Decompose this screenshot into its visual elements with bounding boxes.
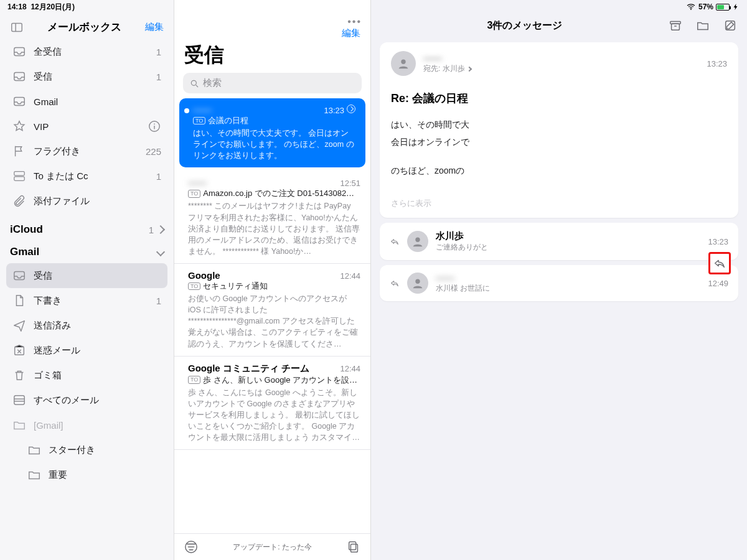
sidebar-item-flagged[interactable]: フラグ付き 225 (6, 139, 167, 164)
to-badge: TO (188, 376, 200, 384)
sidebar-item-tocc[interactable]: To または Cc 1 (6, 164, 167, 189)
message-item[interactable]: Google12:44 TOセキュリティ通知 お使いの Google アカウント… (174, 264, 370, 357)
sidebar: メールボックス 編集 全受信 1 受信 1 Gmail VIP フラグ付き 22… (0, 0, 174, 560)
sidebar-section-icloud[interactable]: iCloud 1 (0, 216, 174, 238)
sidebar-title: メールボックス (24, 20, 145, 34)
email-card: —— 宛先: 水川歩 13:23 Re: 会議の日程 はい、その時間で大 会日は… (380, 42, 738, 218)
status-time: 14:18 (7, 2, 27, 11)
count: 225 (146, 146, 161, 157)
avatar (407, 231, 428, 252)
count: 1 (156, 171, 161, 182)
label: Gmail (10, 246, 39, 258)
label: 受信 (34, 71, 149, 83)
sidebar-item-gmail[interactable]: Gmail (6, 89, 167, 114)
message-list: ••• 編集 受信 検索 ——13:23 TO会議の日程 はい、その時間で大丈夫… (174, 0, 371, 560)
thread-item[interactable]: ——水川様 お世話に 12:49 (380, 265, 738, 301)
sidebar-item-gm-spam[interactable]: 迷惑メール (6, 338, 167, 363)
more-icon[interactable]: ••• (347, 16, 362, 27)
count: 1 (149, 225, 154, 235)
label: 全受信 (34, 46, 149, 58)
msglist-edit-button[interactable]: 編集 (342, 27, 360, 39)
reply-icon (713, 256, 726, 270)
sidebar-item-gm-allmail[interactable]: すべてのメール (6, 388, 167, 413)
sidebar-item-all-inbox[interactable]: 全受信 1 (6, 39, 167, 64)
avatar (391, 51, 416, 76)
to-badge: TO (188, 190, 200, 198)
compose-icon[interactable] (723, 19, 737, 32)
charging-icon (732, 3, 740, 11)
sidebar-item-gm-sent[interactable]: 送信済み (6, 313, 167, 338)
label: iCloud (10, 223, 43, 236)
email-body-line: のちほど、zoomの (391, 162, 727, 179)
chevron-right-icon (156, 225, 165, 234)
reader-title: 3件のメッセージ (381, 19, 669, 32)
label: 添付ファイル (34, 195, 161, 207)
sidebar-section-gmail[interactable]: Gmail (0, 238, 174, 261)
thread-item[interactable]: 水川歩ご連絡ありがと 13:23 (380, 223, 738, 260)
msglist-status: アップデート: たった今 (198, 542, 347, 553)
label: VIP (34, 121, 140, 132)
sidebar-toggle-icon[interactable] (10, 21, 24, 34)
status-date: 12月20日(月) (31, 2, 75, 11)
unread-dot-icon (184, 108, 189, 113)
sidebar-item-vip[interactable]: VIP (6, 114, 167, 139)
sidebar-item-gm-drafts[interactable]: 下書き1 (6, 288, 167, 313)
avatar (407, 273, 428, 294)
email-subject: Re: 会議の日程 (391, 91, 727, 106)
search-input[interactable]: 検索 (183, 73, 362, 93)
to-badge: TO (188, 282, 200, 291)
count: 1 (156, 72, 161, 82)
reader-pane: 3件のメッセージ —— 宛先: 水川歩 13:23 Re: 会議の日程 はい、そ… (371, 0, 747, 560)
sidebar-item-inbox[interactable]: 受信 1 (6, 64, 167, 89)
email-time: 13:23 (707, 59, 727, 68)
info-icon[interactable] (148, 119, 161, 133)
chevron-circle-icon (347, 105, 355, 113)
recipient[interactable]: 宛先: 水川歩 (423, 63, 471, 74)
reply-icon (390, 278, 400, 288)
chevron-down-icon (156, 248, 165, 256)
archive-icon[interactable] (669, 19, 682, 32)
show-more-button[interactable]: さらに表示 (391, 198, 727, 209)
battery-pct: 57% (698, 2, 713, 11)
search-icon (189, 78, 199, 88)
move-folder-icon[interactable] (696, 19, 710, 32)
search-placeholder: 検索 (203, 77, 222, 89)
message-item[interactable]: ——13:23 TO会議の日程 はい、その時間で大丈夫です。 会日はオンラインで… (179, 98, 365, 167)
wifi-icon (686, 2, 696, 12)
message-item[interactable]: Google コミュニティ チーム12:44 TO歩 さん、新しい Google… (174, 357, 370, 450)
battery-icon (716, 4, 730, 11)
sidebar-item-gm-inbox[interactable]: 受信 (6, 263, 167, 288)
copy-icon[interactable] (347, 540, 360, 554)
to-badge: TO (193, 117, 205, 125)
reply-icon (390, 236, 400, 246)
sidebar-item-attachments[interactable]: 添付ファイル (6, 189, 167, 213)
sender-name: —— (423, 53, 471, 63)
sidebar-item-gm-starred[interactable]: スター付き (6, 437, 167, 462)
label: フラグ付き (34, 146, 138, 157)
message-item[interactable]: ——12:51 TOAmazon.co.jp でのご注文 D01-5143082… (174, 171, 370, 264)
sidebar-item-gm-important[interactable]: 重要 (6, 462, 167, 487)
sidebar-item-gm-trash[interactable]: ゴミ箱 (6, 363, 167, 388)
label: To または Cc (34, 170, 149, 182)
count: 1 (156, 47, 161, 57)
filter-icon[interactable] (184, 540, 198, 554)
email-body-line: はい、その時間で大 (391, 116, 727, 133)
label: Gmail (34, 96, 161, 107)
sidebar-item-gm-gmail-label[interactable]: [Gmail] (6, 413, 167, 437)
email-body-line: 会日はオンラインで (391, 133, 727, 151)
sidebar-edit-button[interactable]: 編集 (145, 21, 164, 33)
msglist-title: 受信 (174, 42, 370, 73)
reply-button[interactable] (708, 252, 731, 274)
